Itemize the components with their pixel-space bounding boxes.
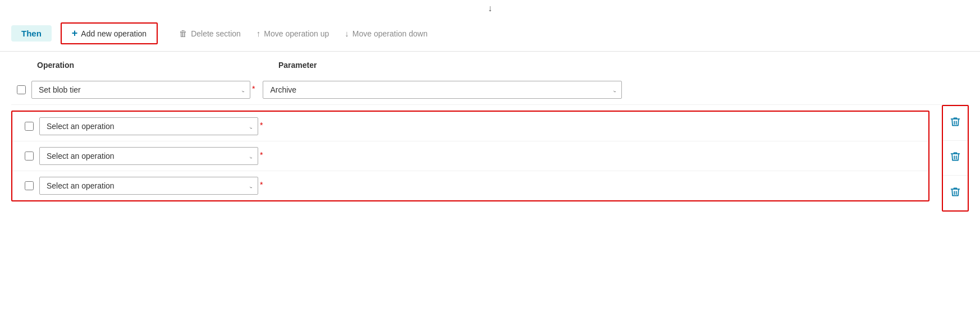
op3-select[interactable]: Select an operation Set blob tier Delete…	[39, 177, 258, 195]
delete-section-button[interactable]: 🗑 Delete section	[171, 25, 249, 42]
then-badge[interactable]: Then	[11, 25, 52, 42]
op3-required-star: *	[260, 180, 263, 189]
op1-checkbox-wrap	[19, 122, 39, 131]
additional-rows-section: Select an operation Set blob tier Delete…	[11, 105, 969, 201]
delete-section-icon: 🗑	[179, 29, 187, 38]
move-down-button[interactable]: ↓ Move operation down	[337, 25, 435, 42]
op2-required-star: *	[260, 150, 263, 159]
top-arrow-area: ↓	[0, 0, 980, 16]
op2-select-wrap: Select an operation Set blob tier Delete…	[39, 147, 258, 165]
add-new-operation-button[interactable]: + Add new operation	[61, 22, 158, 44]
content-area: Operation Parameter Set blob tier Delete…	[0, 52, 980, 213]
first-operation-row: Set blob tier Delete blob Select an oper…	[11, 75, 969, 105]
additional-op-row-3: Select an operation Set blob tier Delete…	[12, 171, 928, 200]
delete-buttons-section	[942, 105, 969, 212]
column-headers: Operation Parameter	[11, 52, 969, 75]
add-new-operation-label: Add new operation	[81, 29, 146, 38]
first-op-required-star: *	[252, 84, 255, 93]
op2-select[interactable]: Select an operation Set blob tier Delete…	[39, 147, 258, 165]
op3-select-wrap: Select an operation Set blob tier Delete…	[39, 177, 258, 195]
additional-ops-outline: Select an operation Set blob tier Delete…	[11, 111, 929, 201]
move-up-label: Move operation up	[264, 29, 329, 38]
toolbar: Then + Add new operation 🗑 Delete sectio…	[0, 16, 980, 52]
move-up-button[interactable]: ↑ Move operation up	[249, 25, 337, 42]
op1-select-wrap: Select an operation Set blob tier Delete…	[39, 117, 258, 135]
plus-icon: +	[72, 27, 78, 39]
arrow-up-icon: ↑	[257, 29, 261, 38]
first-parameter-select-wrap: Archive Cool Hot ⦦	[263, 81, 622, 99]
down-arrow-icon: ↓	[488, 3, 492, 13]
first-row-checkbox-wrap	[11, 85, 31, 94]
arrow-down-icon: ↓	[345, 29, 349, 38]
parameter-column-header: Parameter	[273, 61, 643, 70]
op1-select[interactable]: Select an operation Set blob tier Delete…	[39, 117, 258, 135]
delete-section-label: Delete section	[191, 29, 241, 38]
additional-op-row-2: Select an operation Set blob tier Delete…	[12, 141, 928, 171]
op3-checkbox[interactable]	[25, 181, 34, 190]
trash1-icon	[950, 116, 961, 130]
first-operation-select[interactable]: Set blob tier Delete blob Select an oper…	[31, 81, 250, 99]
additional-op-row-1: Select an operation Set blob tier Delete…	[12, 112, 928, 141]
trash2-icon	[950, 151, 961, 165]
op2-checkbox[interactable]	[25, 152, 34, 160]
op1-required-star: *	[260, 121, 263, 130]
operation-column-header: Operation	[31, 61, 273, 70]
delete-op1-button[interactable]	[943, 106, 968, 141]
first-operation-select-wrap: Set blob tier Delete blob Select an oper…	[31, 81, 250, 99]
op2-checkbox-wrap	[19, 152, 39, 160]
first-parameter-select[interactable]: Archive Cool Hot	[263, 81, 622, 99]
op3-checkbox-wrap	[19, 181, 39, 190]
delete-op3-button[interactable]	[943, 176, 968, 210]
op1-checkbox[interactable]	[25, 122, 34, 131]
move-down-label: Move operation down	[352, 29, 428, 38]
page-wrapper: ↓ Then + Add new operation 🗑 Delete sect…	[0, 0, 980, 312]
delete-op2-button[interactable]	[943, 141, 968, 176]
trash3-icon	[950, 186, 961, 200]
first-row-checkbox[interactable]	[17, 85, 26, 94]
